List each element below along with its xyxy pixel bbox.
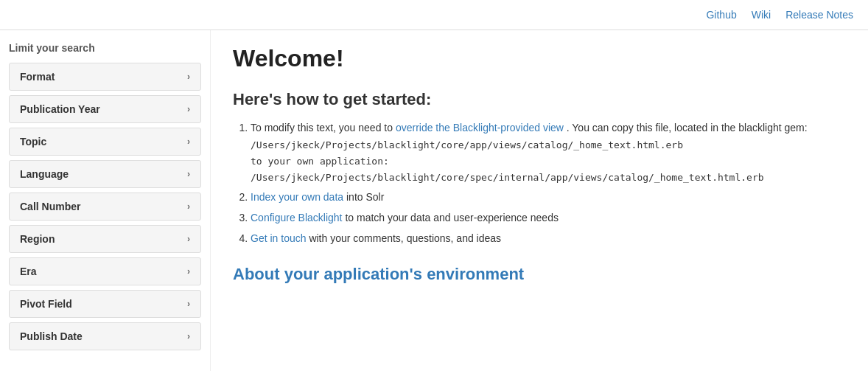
chevron-icon: › [187, 234, 190, 244]
chevron-icon: › [187, 136, 190, 147]
facet-list: Format › Publication Year › Topic › Lang… [9, 63, 201, 350]
facet-publication-year[interactable]: Publication Year › [9, 95, 201, 123]
facet-era-label: Era [20, 266, 37, 277]
step1-path1: /Users/jkeck/Projects/blacklight/core/ap… [251, 137, 846, 153]
github-link[interactable]: Github [706, 9, 736, 21]
welcome-title: Welcome! [233, 45, 846, 72]
sidebar-title: Limit your search [9, 42, 201, 54]
step4-text: with your comments, questions, and ideas [309, 232, 501, 244]
sidebar: Limit your search Format › Publication Y… [0, 30, 210, 371]
facet-language[interactable]: Language › [9, 160, 201, 188]
facet-region[interactable]: Region › [9, 225, 201, 253]
configure-blacklight-link[interactable]: Configure Blacklight [251, 212, 343, 223]
step1-text-after: . You can copy this file, located in the… [567, 122, 808, 134]
list-item: Index your own data into Solr [251, 189, 846, 207]
facet-topic-label: Topic [20, 136, 46, 148]
chevron-icon: › [187, 266, 190, 277]
page-wrapper: Github Wiki Release Notes Limit your sea… [0, 0, 868, 371]
release-notes-link[interactable]: Release Notes [785, 9, 853, 21]
chevron-icon: › [187, 201, 190, 212]
facet-call-number[interactable]: Call Number › [9, 193, 201, 221]
main-content: Welcome! Here's how to get started: To m… [210, 30, 868, 371]
step3-text: to match your data and user-experience n… [345, 212, 559, 223]
facet-region-label: Region [20, 233, 55, 245]
facet-publish-date-label: Publish Date [20, 330, 83, 342]
step1-path2: /Users/jkeck/Projects/blacklight/core/sp… [251, 170, 846, 186]
facet-pivot-field[interactable]: Pivot Field › [9, 290, 201, 318]
step2-text: into Solr [346, 191, 384, 203]
env-title: About your application's environment [233, 265, 846, 284]
chevron-icon: › [187, 104, 190, 114]
facet-pivot-field-label: Pivot Field [20, 298, 72, 310]
facet-call-number-label: Call Number [20, 201, 80, 212]
list-item: Get in touch with your comments, questio… [251, 230, 846, 248]
step1-text-before: To modify this text, you need to [251, 122, 396, 134]
chevron-icon: › [187, 331, 190, 341]
list-item: Configure Blacklight to match your data … [251, 209, 846, 227]
get-in-touch-link[interactable]: Get in touch [251, 232, 307, 244]
facet-era[interactable]: Era › [9, 257, 201, 285]
facet-format-label: Format [20, 71, 55, 83]
facet-topic[interactable]: Topic › [9, 128, 201, 156]
main-layout: Limit your search Format › Publication Y… [0, 30, 868, 371]
facet-publication-year-label: Publication Year [20, 103, 100, 115]
override-view-link[interactable]: override the Blacklight-provided view [396, 122, 564, 134]
chevron-icon: › [187, 72, 190, 82]
chevron-icon: › [187, 299, 190, 309]
list-item: To modify this text, you need to overrid… [251, 119, 846, 186]
facet-format[interactable]: Format › [9, 63, 201, 91]
index-data-link[interactable]: Index your own data [251, 191, 343, 203]
get-started-title: Here's how to get started: [233, 90, 846, 109]
facet-language-label: Language [20, 168, 69, 180]
step1-path2-label: to your own application: [251, 153, 846, 170]
facet-publish-date[interactable]: Publish Date › [9, 322, 201, 350]
wiki-link[interactable]: Wiki [752, 9, 771, 21]
chevron-icon: › [187, 169, 190, 179]
get-started-list: To modify this text, you need to overrid… [233, 119, 846, 247]
top-nav: Github Wiki Release Notes [0, 0, 868, 30]
